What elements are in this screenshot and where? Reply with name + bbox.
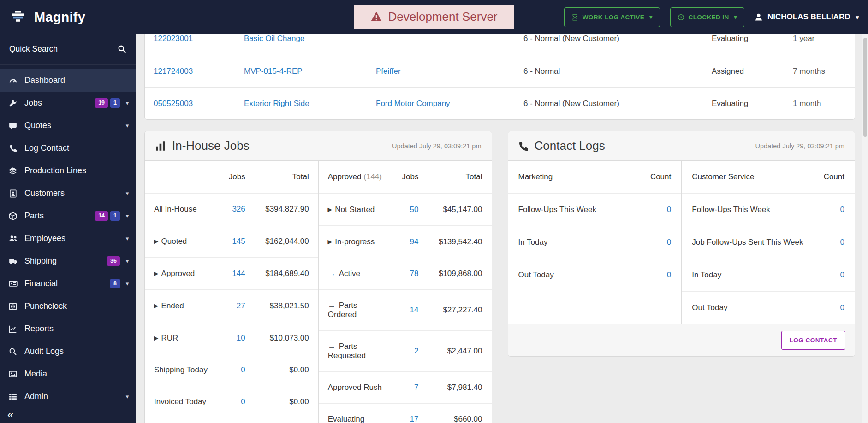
sidebar-item-label: Log Contact [24, 143, 69, 153]
stat-row: ▸In-progress 94 $139,542.40 [319, 225, 492, 258]
jobs-column-header: Jobs [217, 172, 245, 182]
sidebar-item-dashboard[interactable]: Dashboard [0, 69, 136, 92]
sidebar-collapse-button[interactable]: « [7, 409, 13, 420]
priority-cell: 6 - Normal (New Customer) [523, 34, 712, 43]
scrollbar-thumb[interactable] [863, 38, 867, 137]
jobs-count-link[interactable]: 0 [217, 397, 245, 406]
in-house-summary-column: Jobs Total All In-House 326 $394,827.90 … [145, 161, 318, 423]
phone-icon [518, 141, 529, 151]
approved-count: (144) [363, 172, 382, 181]
stat-label[interactable]: ▸Quoted [154, 236, 213, 246]
contact-log-label: In Today [692, 270, 816, 280]
contact-count-link[interactable]: 0 [820, 238, 844, 247]
stat-label: →Active [328, 269, 386, 278]
jobs-count-link[interactable]: 145 [217, 237, 245, 246]
contact-count-link[interactable]: 0 [820, 303, 844, 312]
stat-label: Evaluating [328, 415, 386, 423]
truck-icon [7, 257, 18, 265]
jobs-count-link[interactable]: 10 [217, 334, 245, 343]
customer-link[interactable]: Ford Motor Company [376, 99, 523, 108]
stat-label[interactable]: ▸In-progress [328, 237, 386, 247]
expand-caret-icon: ▸ [328, 205, 332, 214]
work-log-button[interactable]: WORK LOG ACTIVE ▾ [564, 7, 660, 27]
users-icon [7, 234, 18, 243]
contact-count-link[interactable]: 0 [646, 270, 671, 280]
stat-row: →Active 78 $109,868.00 [319, 258, 492, 289]
jobs-count-link[interactable]: 0 [217, 365, 245, 375]
topbar-actions: WORK LOG ACTIVE ▾ CLOCKED IN ▾ NICHOLAS … [564, 7, 868, 27]
sidebar-item-label: Jobs [24, 98, 42, 108]
stat-label[interactable]: ▸Approved [154, 269, 213, 278]
sidebar-item-label: Production Lines [24, 166, 86, 176]
chevron-down-icon: ▾ [125, 190, 130, 197]
magnify-logo-icon [7, 9, 29, 25]
hourglass-icon [571, 14, 578, 21]
job-name-link[interactable]: MVP-015-4-REP [244, 67, 376, 76]
user-menu[interactable]: NICHOLAS BELLIARD ▾ [755, 12, 859, 22]
jobs-count-link[interactable]: 7 [390, 383, 419, 392]
stat-label[interactable]: ▸RUR [154, 333, 213, 343]
job-number-link[interactable]: 122023001 [154, 34, 244, 43]
sidebar-item-label: Reports [24, 324, 54, 334]
contact-log-row: Follow-Ups This Week 0 [682, 193, 855, 226]
sidebar: Dashboard Jobs 19 1 ▾ Quotes ▾ [0, 34, 136, 423]
sidebar-item-punchclock[interactable]: Punchclock [0, 295, 136, 317]
jobs-count-link[interactable]: 50 [390, 205, 419, 214]
sidebar-item-quotes[interactable]: Quotes ▾ [0, 114, 136, 137]
warning-icon [371, 11, 382, 23]
updated-timestamp: Updated July 29, 03:09:21 pm [392, 142, 481, 150]
search-input[interactable] [9, 44, 118, 54]
clocked-in-button[interactable]: CLOCKED IN ▾ [670, 7, 744, 27]
sidebar-item-production-lines[interactable]: Production Lines [0, 159, 136, 182]
sidebar-item-reports[interactable]: Reports [0, 317, 136, 340]
jobs-count-link[interactable]: 27 [217, 301, 245, 311]
job-number-link[interactable]: 121724003 [154, 67, 244, 76]
jobs-count-link[interactable]: 326 [217, 205, 245, 214]
contact-count-link[interactable]: 0 [820, 205, 844, 214]
sidebar-item-label: Parts [24, 211, 44, 221]
contact-log-row: Out Today 0 [682, 291, 855, 324]
job-name-link[interactable]: Exterior Right Side [244, 99, 376, 108]
contact-count-link[interactable]: 0 [820, 270, 844, 280]
sidebar-item-log-contact[interactable]: Log Contact [0, 137, 136, 159]
stat-label[interactable]: ▸Not Started [328, 205, 386, 214]
sidebar-item-audit-logs[interactable]: Audit Logs [0, 340, 136, 363]
contact-logs-footer: LOG CONTACT [508, 324, 855, 356]
layers-icon [7, 167, 18, 175]
total-cell: $2,447.00 [422, 347, 482, 356]
job-name-link[interactable]: Basic Oil Change [244, 34, 376, 43]
sidebar-item-employees[interactable]: Employees ▾ [0, 227, 136, 250]
sidebar-item-media[interactable]: Media [0, 363, 136, 385]
sidebar-item-jobs[interactable]: Jobs 19 1 ▾ [0, 92, 136, 114]
status-cell: Evaluating [712, 34, 793, 43]
chevron-down-icon: ▾ [125, 235, 130, 242]
scrollbar[interactable] [862, 34, 868, 423]
in-house-approved-column: Approved (144) Jobs Total ▸Not Started 5… [318, 161, 492, 423]
sidebar-item-customers[interactable]: Customers ▾ [0, 182, 136, 205]
job-number-link[interactable]: 050525003 [154, 99, 244, 108]
contact-log-label: Follow-Ups This Week [692, 205, 816, 214]
jobs-count-link[interactable]: 144 [217, 269, 245, 278]
jobs-count-link[interactable]: 14 [390, 306, 419, 315]
sidebar-item-parts[interactable]: Parts 14 1 ▾ [0, 205, 136, 227]
brand[interactable]: Magnify [0, 9, 136, 25]
sidebar-item-admin[interactable]: Admin ▾ [0, 385, 136, 408]
expand-caret-icon: ▸ [154, 269, 158, 278]
status-cell: Evaluating [712, 99, 793, 108]
log-contact-button[interactable]: LOG CONTACT [781, 331, 846, 350]
jobs-count-link[interactable]: 17 [390, 415, 419, 423]
stat-label[interactable]: ▸Ended [154, 301, 213, 311]
shipping-badge: 36 [107, 256, 120, 266]
sidebar-item-shipping[interactable]: Shipping 36 ▾ [0, 250, 136, 272]
customer-link[interactable]: Pfeiffer [376, 67, 523, 76]
jobs-table-panel: 122023001 Basic Oil Change 6 - Normal (N… [144, 34, 855, 120]
gauge-icon [7, 76, 18, 85]
contact-count-link[interactable]: 0 [646, 205, 671, 214]
stat-row: Shipping Today 0 $0.00 [145, 354, 318, 386]
sidebar-item-financial[interactable]: Financial 8 ▾ [0, 272, 136, 295]
jobs-count-link[interactable]: 78 [390, 269, 419, 278]
contact-count-link[interactable]: 0 [646, 238, 671, 247]
jobs-count-link[interactable]: 2 [390, 347, 419, 356]
jobs-count-link[interactable]: 94 [390, 237, 419, 247]
search-icon[interactable] [118, 45, 126, 53]
